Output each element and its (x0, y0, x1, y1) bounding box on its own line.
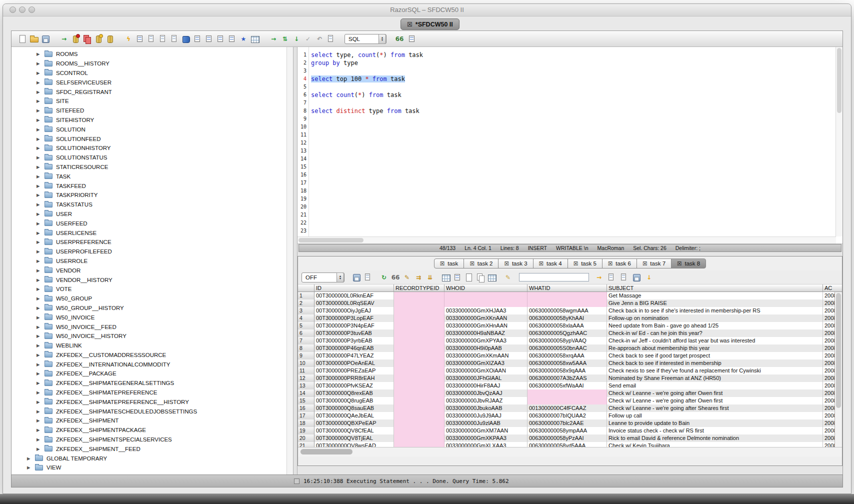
table-row[interactable]: 600T3000000P3tuvEAB0033000000H9aNBAAZ006… (298, 330, 842, 337)
disclosure-triangle-icon[interactable]: ▶ (36, 324, 42, 330)
grid-cell[interactable]: 0033000000JbvQzAAJ (444, 390, 528, 397)
disclosure-triangle-icon[interactable]: ▶ (36, 315, 42, 320)
grid-cell[interactable]: 00T3000000QV8CfEAL (314, 427, 394, 434)
tree-item-user[interactable]: ▶USER (12, 210, 293, 219)
result-tab-task-5[interactable]: ☒task 5 (568, 258, 602, 268)
edit-page-icon[interactable] (146, 34, 156, 44)
disclosure-triangle-icon[interactable]: ▶ (36, 343, 42, 348)
grid-cell[interactable]: 006300000058yPzAAI (528, 434, 607, 442)
disclosure-triangle-icon[interactable]: ▶ (36, 118, 42, 122)
commit-check-icon[interactable]: ✓ (303, 34, 313, 44)
grid-cell[interactable]: 0013000000C4fFCAAZ (528, 404, 607, 412)
sql-code-area[interactable]: select type, count(*) from taskgroup by … (311, 51, 834, 235)
close-result-tab-icon[interactable]: ☒ (539, 260, 544, 266)
code-line[interactable] (311, 123, 834, 131)
table-row[interactable]: 1700T3000000QAeJbEAL0033000000Ju9J9AAJ00… (298, 412, 842, 420)
tree-item-weblink[interactable]: ▶WEBLINK (12, 341, 293, 350)
grid-cell[interactable]: 0033000000H9i0pAAB (444, 344, 528, 352)
grid-cell[interactable] (394, 344, 444, 352)
disclosure-triangle-icon[interactable]: ▶ (27, 456, 32, 461)
grid-cell[interactable]: 0033000000GmXHJAA3 (444, 307, 528, 314)
table-row[interactable]: 1200T3000000PRR8rEAH0033000000JFhGlAAL00… (298, 374, 842, 382)
tree-item-userpreference[interactable]: ▶USERPREFERENCE (12, 238, 293, 247)
code-line[interactable] (311, 139, 834, 147)
code-line[interactable] (311, 195, 834, 203)
disclosure-triangle-icon[interactable]: ▶ (36, 136, 42, 142)
grid-cell[interactable]: 00630000007A3bZAAS (528, 374, 607, 382)
execute-sql-icon[interactable]: ϟ (124, 34, 134, 44)
disclosure-triangle-icon[interactable]: ▶ (36, 428, 42, 432)
grid-cell[interactable] (394, 352, 444, 360)
close-result-tab-icon[interactable]: ☒ (677, 260, 682, 266)
download-column-icon[interactable]: ↓ (644, 272, 654, 282)
editor-hscrollbar[interactable] (298, 236, 836, 244)
tree-item-userprofilefeed[interactable]: ▶USERPROFILEFEED (12, 247, 293, 256)
tree-item-vendor__history[interactable]: ▶VENDOR__HISTORY (12, 275, 293, 284)
tree-item-sitefeed[interactable]: ▶SITEFEED (12, 106, 293, 116)
grid-hscrollbar[interactable] (298, 447, 842, 456)
grid-cell[interactable]: 0033000000H9aNBAAZ (444, 330, 528, 337)
fetch-down-icon[interactable]: ↓ (292, 34, 302, 44)
grid-cell[interactable] (528, 390, 607, 397)
tree-item-global temporary[interactable]: ▶GLOBAL TEMPORARY (12, 454, 293, 463)
disclosure-triangle-icon[interactable]: ▶ (36, 352, 42, 358)
grid-cell[interactable]: 0033000000JbvRJAAZ (444, 397, 528, 404)
grid-cell[interactable]: 00T3000000Q8sauEAB (314, 404, 394, 412)
run-icon[interactable]: → (268, 34, 278, 44)
disclosure-triangle-icon[interactable]: ▶ (36, 286, 42, 292)
tree-item-taskpriority[interactable]: ▶TASKPRIORITY (12, 190, 293, 200)
grid-cell[interactable]: 00T3000000PfvKSEAZ (314, 382, 394, 390)
tree-item-rooms__history[interactable]: ▶ROOMS__HISTORY (12, 59, 293, 68)
grid-cell[interactable]: Get Massage (607, 292, 823, 300)
table-row[interactable]: 1100T3000000PREZaEAP0033000000GmXOiAAN00… (298, 367, 842, 374)
view-glasses-icon[interactable]: 66 (390, 272, 400, 282)
copy-table-icon[interactable] (487, 272, 497, 282)
tree-item-sfdc_registrant[interactable]: ▶SFDC_REGISTRANT (12, 87, 293, 96)
grid-cell[interactable] (394, 337, 444, 344)
grid-cell[interactable] (394, 292, 444, 300)
edit-list-icon[interactable] (227, 34, 237, 44)
grid-cell[interactable]: 00T3000000QV8TjEAL (314, 434, 394, 442)
tree-item-zkfedex__shipmategeneralsettings[interactable]: ▶ZKFEDEX__SHIPMATEGENERALSETTINGS (12, 378, 293, 388)
disclosure-triangle-icon[interactable]: ▶ (36, 52, 42, 56)
table-row[interactable]: 1500T3000000Q8rugEAB0033000000JbvRJAAZCh… (298, 397, 842, 404)
code-line[interactable] (311, 99, 834, 107)
grid-cell[interactable]: Nominated by Shane Freeman at ANZ (HR50) (607, 374, 823, 382)
close-tab-icon[interactable]: ☒ (407, 21, 412, 28)
code-line[interactable] (311, 187, 834, 195)
grid-cell[interactable]: 0033000000GmXKnAAN (444, 314, 528, 322)
tree-item-zkfedex__shipmentpackage[interactable]: ▶ZKFEDEX__SHIPMENTPACKAGE (12, 426, 293, 435)
results-list-icon[interactable] (192, 34, 202, 44)
tree-item-solutionfeed[interactable]: ▶SOLUTIONFEED (12, 134, 293, 144)
close-result-tab-icon[interactable]: ☒ (642, 260, 647, 266)
grid-vscroll-thumb[interactable] (836, 293, 841, 408)
grid-cell[interactable]: Check w/ Leanne - we're going after Shea… (607, 404, 823, 412)
result-tab-task[interactable]: ☒task (434, 258, 464, 268)
sidebar-scrollbar[interactable] (286, 47, 293, 475)
disclosure-triangle-icon[interactable]: ▶ (36, 278, 42, 282)
grid-cell[interactable]: Check w/ Leanne - we're going after Owen… (607, 390, 823, 397)
result-tab-task-3[interactable]: ☒task 3 (498, 258, 533, 268)
tree-item-userlicense[interactable]: ▶USERLICENSE (12, 228, 293, 238)
grid-cell[interactable] (394, 360, 444, 367)
code-line[interactable] (311, 67, 834, 75)
statement-type-select[interactable]: SQL ▲▼ (344, 34, 386, 44)
close-result-tab-icon[interactable]: ☒ (470, 260, 474, 266)
add-note-icon[interactable] (619, 272, 629, 282)
grid-column-header-id[interactable]: ID (314, 284, 394, 292)
save-results-icon[interactable] (352, 272, 362, 282)
disclosure-triangle-icon[interactable]: ▶ (36, 90, 42, 94)
grid-column-header-subject[interactable]: SUBJECT (607, 284, 823, 292)
tree-item-zkfedex__shipmentspecialservices[interactable]: ▶ZKFEDEX__SHIPMENTSPECIALSERVICES (12, 435, 293, 444)
dropdown-stepper-icon[interactable]: ▲▼ (336, 272, 344, 282)
grid-cell[interactable]: 00T3000000L0RknEAF (314, 292, 394, 300)
table-row[interactable]: 700T3000000P3yrbEAB0033000000GmXPYAA3006… (298, 337, 842, 344)
disclosure-triangle-icon[interactable]: ▶ (36, 98, 42, 104)
grid-cell[interactable]: 006300000058ypVAAQ (528, 337, 607, 344)
grid-cell[interactable] (394, 307, 444, 314)
code-line[interactable] (311, 115, 834, 123)
row-limit-select[interactable]: OFF ▲▼ (302, 272, 344, 282)
table-row[interactable]: 900T3000000P47LYEAZ0033000000GmXKmAAN006… (298, 352, 842, 360)
describe-page-icon[interactable] (170, 34, 180, 44)
result-tab-task-6[interactable]: ☒task 6 (602, 258, 637, 268)
